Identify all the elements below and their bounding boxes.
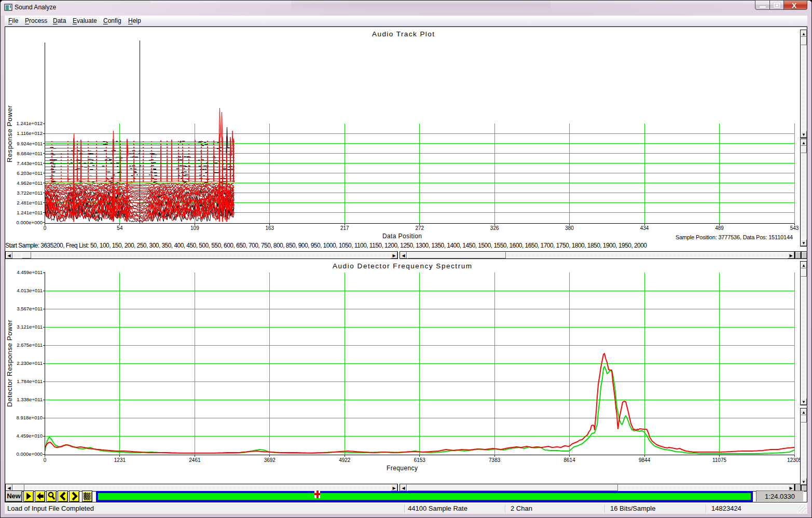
svg-text:0: 0: [44, 457, 47, 463]
svg-text:3.121e+011: 3.121e+011: [17, 324, 43, 330]
svg-text:326: 326: [490, 225, 499, 231]
svg-text:217: 217: [340, 225, 349, 231]
svg-text:8614: 8614: [563, 457, 575, 463]
svg-text:4.459e+011: 4.459e+011: [17, 269, 43, 275]
svg-text:Frequency: Frequency: [387, 465, 418, 472]
svg-text:3.567e+011: 3.567e+011: [17, 306, 43, 311]
svg-text:272: 272: [415, 225, 424, 231]
svg-text:Audio Track Plot: Audio Track Plot: [372, 30, 434, 38]
svg-text:1.338e+011: 1.338e+011: [17, 397, 43, 402]
svg-text:380: 380: [565, 225, 574, 231]
svg-text:Audio Detector Frequency Spect: Audio Detector Frequency Spectrum: [333, 262, 472, 270]
svg-text:54: 54: [117, 225, 123, 231]
svg-text:109: 109: [190, 225, 199, 231]
svg-text:Start Sample: 3635200, Freq Li: Start Sample: 3635200, Freq List: 50, 10…: [5, 242, 647, 249]
svg-text:543: 543: [790, 225, 799, 231]
svg-text:1.241e+012: 1.241e+012: [17, 120, 43, 126]
svg-text:434: 434: [640, 225, 649, 231]
svg-text:9.924e+011: 9.924e+011: [17, 141, 43, 146]
svg-text:0.000e+000: 0.000e+000: [17, 220, 43, 225]
svg-text:0.000e+000: 0.000e+000: [17, 451, 43, 457]
svg-text:7.443e+011: 7.443e+011: [17, 160, 43, 166]
svg-text:8.918e+010: 8.918e+010: [17, 415, 43, 420]
svg-text:489: 489: [715, 225, 724, 231]
svg-text:1.116e+012: 1.116e+012: [17, 130, 43, 136]
svg-text:7383: 7383: [489, 457, 501, 463]
svg-text:6.203e+011: 6.203e+011: [17, 170, 43, 176]
svg-text:2.675e+011: 2.675e+011: [17, 342, 43, 348]
svg-text:3.722e+011: 3.722e+011: [17, 190, 43, 196]
svg-text:4.459e+010: 4.459e+010: [17, 433, 43, 439]
svg-text:4.013e+011: 4.013e+011: [17, 288, 43, 293]
svg-text:1231: 1231: [114, 457, 126, 463]
svg-text:3692: 3692: [264, 457, 276, 463]
svg-text:2461: 2461: [189, 457, 201, 463]
svg-text:163: 163: [265, 225, 274, 231]
svg-text:2.230e+011: 2.230e+011: [17, 360, 43, 366]
svg-text:Sample Position: 3777536, Data: Sample Position: 3777536, Data Pos: 1511…: [676, 234, 793, 240]
svg-text:Detector Response Power: Detector Response Power: [6, 320, 13, 407]
svg-text:1.241e+011: 1.241e+011: [17, 210, 43, 215]
svg-text:11075: 11075: [712, 457, 727, 463]
svg-text:2.481e+011: 2.481e+011: [17, 200, 43, 206]
svg-text:9844: 9844: [639, 457, 651, 463]
svg-text:8.684e+011: 8.684e+011: [17, 151, 43, 156]
svg-text:Response Power: Response Power: [6, 105, 13, 163]
svg-text:Data Position: Data Position: [382, 233, 422, 240]
svg-text:6153: 6153: [414, 457, 426, 463]
svg-text:4922: 4922: [339, 457, 351, 463]
svg-text:0: 0: [44, 225, 47, 231]
svg-text:4.962e+011: 4.962e+011: [17, 180, 43, 186]
svg-text:1.784e+011: 1.784e+011: [17, 378, 43, 384]
